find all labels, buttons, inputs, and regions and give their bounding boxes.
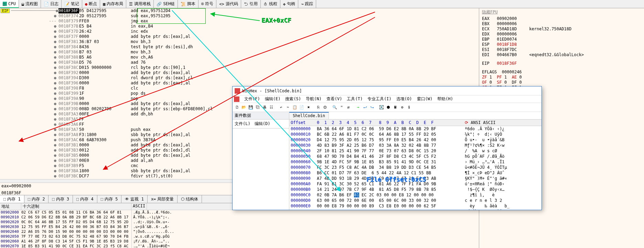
tb-save-icon[interactable]: 💾 — [248, 104, 254, 111]
mem-tab-5[interactable]: ⬚内存 5 — [97, 195, 122, 203]
tab-log[interactable]: 📄日志 — [41, 0, 62, 8]
disasm-row[interactable]: ●0018F3742D 05127595sub eax,95751205 — [0, 13, 479, 19]
winhex-row[interactable]: 000000304D 83 B9 3F A2 25 B6 D7 03 3A 8A… — [289, 143, 541, 148]
winhex-menu-tools[interactable]: 工具(T) — [347, 96, 363, 102]
tb-new-icon[interactable]: 🗋 — [234, 104, 240, 111]
tb-savegrp-icon[interactable]: ⿻ — [255, 104, 261, 111]
winhex-menu-view[interactable]: 查看(V) — [326, 96, 342, 102]
tb-print-icon[interactable]: 🖶 — [261, 104, 268, 111]
tab-script[interactable]: 📜脚本 — [178, 0, 198, 8]
disasm-row[interactable]: ●0018F394D300rol dword ptr ds:[eax],cl — [0, 75, 479, 81]
memdump-row[interactable]: 009020507F 77 0E 73 02 63 D8 0C 75 92 48… — [0, 234, 479, 239]
winhex-row[interactable]: 000000E000 00 E8 79 00 00 00 89 C3 E8 E0… — [289, 203, 541, 209]
disasm-row[interactable]: ●0018F3960000add byte ptr ds:[eax],al — [0, 81, 479, 86]
winhex-row[interactable]: 000000609B 1E 4D FC 5F 9B 1E 85 B3 85 91… — [289, 159, 541, 165]
tb-undo-icon[interactable]: ↶ — [278, 104, 284, 111]
winhex-menu-protools[interactable]: 专业工具(I) — [367, 96, 391, 102]
disasm-row[interactable]: EIP──────────────────●0018F36F05 D412759… — [0, 8, 479, 13]
tab-seh[interactable]: 🔗SEH链 — [154, 0, 178, 8]
winhex-row[interactable]: 000000A0FA 91 B1 3C 30 52 65 C1 81 A6 22… — [289, 181, 541, 187]
tab-callstack[interactable]: ☰调用堆栈 — [126, 0, 154, 8]
tb-info-icon[interactable]: ℹ — [406, 104, 412, 111]
tab-symbols[interactable]: ®符号 — [198, 0, 216, 8]
mem-tab-3[interactable]: ⬚内存 3 — [49, 195, 73, 203]
winhex-row[interactable]: 0000005068 47 9D 70 D4 B4 41 46 2F 8F D8… — [289, 154, 541, 159]
winhex-file-tab[interactable]: ShellCode.bin — [289, 112, 329, 119]
disasm-row[interactable]: ---0018F379FFE0jmp eax — [0, 19, 479, 24]
struct-tab[interactable]: ⬡结构体 — [178, 195, 202, 203]
tab-memmap[interactable]: ▦内存布局 — [100, 0, 126, 8]
tb-find-icon[interactable]: 🔍 — [332, 104, 338, 111]
disasm-row[interactable]: ●0018F3848436test byte ptr ds:[esi],dh — [0, 44, 479, 50]
tab-refs[interactable]: ⮌引用 — [241, 0, 261, 8]
disasm-row[interactable]: ●0018F38CD015 90000000rcl byte ptr ds:[9… — [0, 65, 479, 70]
mem-tab-4[interactable]: ⬚内存 4 — [73, 195, 97, 203]
locals-tab[interactable]: x=局部变量 — [148, 195, 178, 203]
fpu-toggle[interactable]: 隐藏FPU — [482, 10, 641, 15]
tab-flowchart[interactable]: ⬓流程图 — [19, 0, 41, 8]
winhex-menu-window[interactable]: 窗口(W) — [417, 96, 433, 102]
tb-arrow-icon[interactable]: → — [355, 104, 361, 111]
memdump-row[interactable]: 0090200002 C6 67 C5 05 E5 01 08 11 C6 BA… — [0, 210, 479, 215]
tb-fwd-icon[interactable]: ⮑ — [369, 104, 375, 111]
tb-offset-icon[interactable]: ⏣ — [322, 104, 328, 111]
mem-tab-2[interactable]: ⬚内存 2 — [24, 195, 49, 203]
winhex-menu-edit[interactable]: 编辑(E) — [265, 96, 281, 102]
tab-breakpoints[interactable]: ●断点 — [82, 0, 100, 8]
tb-disk-icon[interactable]: 💽 — [378, 104, 385, 111]
winhex-menu-help[interactable]: 帮助(H) — [437, 96, 453, 102]
memdump-row[interactable]: 0090204022 A6 D5 76 D0 15 90 00 00 00 00… — [0, 229, 479, 234]
winhex-menu-options[interactable]: 选项(O) — [396, 96, 412, 102]
tb-ram-icon[interactable]: ⬢ — [385, 104, 391, 111]
tab-source[interactable]: <>源代码 — [216, 0, 241, 8]
winhex-row[interactable]: 000000F061 64 4C 69 62 72 61 72 79 57 00… — [289, 209, 541, 210]
winhex-hex-view[interactable]: Offset 0 1 2 3 4 5 6 7 8 9 A B C D E F ⟳… — [289, 120, 541, 210]
winhex-titlebar[interactable]: WinHex - [ShellCode.bin] — [233, 86, 541, 95]
tab-handles[interactable]: ✥句柄 — [280, 0, 298, 8]
tb-open-icon[interactable]: 📂 — [241, 104, 247, 111]
tb-gear-icon[interactable]: ⚙ — [399, 104, 405, 111]
winhex-row[interactable]: 00000080B6 CC 01 D7 7F 63 DE 6 5 44 22 4… — [289, 170, 541, 176]
tb-props-icon[interactable]: ☷ — [268, 104, 275, 111]
disasm-row[interactable]: ●0018F38AD5 76aad 76 — [0, 60, 479, 65]
disasm-row[interactable]: ●0018F37D26:42inc edx — [0, 29, 479, 34]
tb-back-icon[interactable]: ⮐ — [362, 104, 368, 111]
memdump-row[interactable]: 009020701E 85 B3 91 41 9D 0C CE 31 EA FC… — [0, 244, 479, 248]
winhex-row[interactable]: 000000402F 10 81 25 41 90 7F 77 0E 73 07… — [289, 148, 541, 154]
tb-goto-icon[interactable]: ⎘ — [315, 104, 321, 111]
tb-replace-icon[interactable]: ⇄ — [345, 104, 352, 111]
mem-tab-1[interactable]: ⬚内存 1 — [0, 195, 24, 203]
tab-cpu[interactable]: ⬚CPU — [0, 0, 19, 8]
winhex-row[interactable]: 00000070FC 3C 23 F5 C8 AC 4A DB 34 B8 19… — [289, 165, 541, 170]
memdump-row[interactable]: 00902060A1 46 2F 8F D8 C3 14 5F C5 F1 9B… — [0, 239, 479, 244]
disasm-row[interactable]: ●0018F386B7 03mov bh,3 — [0, 50, 479, 55]
tb-copy-icon[interactable]: 📋 — [292, 104, 298, 111]
disasm-row[interactable]: ●0018F388B5 A6mov ch,A6 — [0, 55, 479, 60]
tb-cut-icon[interactable]: ✂ — [285, 104, 291, 111]
winhex-row[interactable]: 000000C002 0B 7A B6 EF 81 EC 2C 03 00 00… — [289, 192, 541, 198]
tab-trace[interactable]: ↝跟踪 — [298, 0, 316, 8]
tab-threads[interactable]: ⫛线程 — [261, 0, 280, 8]
winhex-row[interactable]: 00000090A7 4B DD 93 1B 29 4D 2B C9 22 27… — [289, 176, 541, 181]
winhex-row[interactable]: 000000B014 21 24 97 7B C7 9F 4B 81 A5 D8… — [289, 187, 541, 192]
disasm-row[interactable]: ●0018F37BE5 B4in eax,B4 — [0, 24, 479, 29]
winhex-side-edit[interactable]: 编辑(D) — [255, 121, 270, 127]
winhex-menu-file[interactable]: 文件(F) — [244, 96, 260, 102]
watch-tab[interactable]: 👁监视 1 — [121, 195, 147, 203]
winhex-menu-search[interactable]: 搜索(S) — [285, 96, 301, 102]
winhex-row[interactable]: 00000010BC 6B 22 A6 81 F7 0C 0C 64 A6 8B… — [289, 132, 541, 137]
disasm-row[interactable]: ●0018F3920000add byte ptr ds:[eax],al — [0, 70, 479, 75]
winhex-menu-nav[interactable]: 导航(N) — [306, 96, 322, 102]
winhex-row[interactable]: 000000D063 00 65 00 72 00 6E 00 65 00 6C… — [289, 198, 541, 203]
disasm-row[interactable]: ●0018F38136:B7 03mov bh,3 — [0, 39, 479, 44]
winhex-window[interactable]: WinHex - [ShellCode.bin] 文件(F) 编辑(E) 搜索(… — [232, 86, 542, 210]
tb-findhex-icon[interactable]: ᴴ — [339, 104, 345, 111]
winhex-row[interactable]: 00000020D4 12 75 95 2D 05 12 75 95 FF E0… — [289, 137, 541, 143]
tb-del-icon[interactable]: ✖ — [305, 104, 312, 111]
tb-paste-icon[interactable]: 📄 — [299, 104, 305, 111]
tb-calc-icon[interactable]: 🖩 — [392, 104, 398, 111]
winhex-side-file[interactable]: 文件(L) — [235, 121, 250, 127]
memdump-row[interactable]: 00902010C2 06 59 D6 E2 8B 0A 8B 29 BF BC… — [0, 215, 479, 220]
disasm-row[interactable]: ●0018F37F0000add byte ptr ds:[eax],al — [0, 34, 479, 39]
winhex-row[interactable]: 00000000BA 36 64 6F 1D 81 C2 06 59 D6 E2… — [289, 126, 541, 132]
